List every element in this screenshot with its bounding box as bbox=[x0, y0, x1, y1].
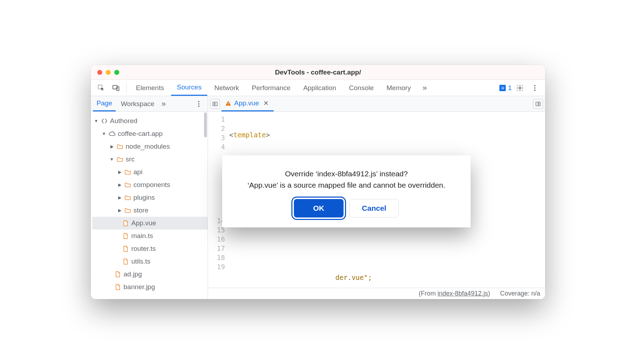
svg-point-5 bbox=[534, 87, 536, 89]
tree-row-file-selected[interactable]: App.vue bbox=[92, 217, 208, 230]
navigator-tab-workspace[interactable]: Workspace bbox=[117, 96, 158, 111]
file-icon bbox=[122, 232, 129, 239]
tab-elements[interactable]: Elements bbox=[130, 80, 170, 96]
svg-point-3 bbox=[519, 87, 521, 89]
divider bbox=[126, 83, 127, 93]
svg-point-9 bbox=[198, 105, 199, 107]
tab-label: Performance bbox=[252, 84, 291, 92]
warning-icon bbox=[225, 100, 231, 106]
folder-icon bbox=[124, 194, 131, 201]
tree-label: banner.jpg bbox=[124, 283, 155, 291]
issues-icon bbox=[499, 85, 506, 91]
tree-label: main.ts bbox=[131, 232, 153, 240]
coverage-label: Coverage: n/a bbox=[500, 290, 540, 297]
show-navigator-button[interactable] bbox=[210, 99, 220, 109]
svg-rect-12 bbox=[228, 103, 229, 104]
svg-rect-13 bbox=[228, 105, 229, 105]
tree-row-file[interactable]: utils.ts bbox=[92, 255, 208, 268]
inspect-icon[interactable] bbox=[97, 83, 106, 93]
panel-tabs: Elements Sources Network Performance App… bbox=[91, 80, 545, 96]
tab-label: Elements bbox=[136, 84, 164, 92]
tree-row-folder[interactable]: ▶api bbox=[92, 166, 208, 178]
tree-row-folder[interactable]: ▶components bbox=[92, 178, 208, 191]
issues-count: 1 bbox=[508, 84, 512, 92]
dialog-line-2: ‘App.vue’ is a source mapped file and ca… bbox=[247, 180, 445, 191]
scrollbar-thumb[interactable] bbox=[204, 112, 207, 137]
folder-icon bbox=[124, 207, 131, 214]
navigator-menu-icon[interactable] bbox=[194, 99, 203, 109]
ok-button[interactable]: OK bbox=[294, 199, 344, 217]
file-tree: ▼ Authored ▼ coffee-cart.app ▶ no bbox=[91, 112, 208, 296]
tab-performance[interactable]: Performance bbox=[246, 80, 296, 96]
tree-row-domain[interactable]: ▼ coffee-cart.app bbox=[92, 127, 208, 140]
tab-label: Sources bbox=[177, 83, 202, 91]
navigator-tab-page[interactable]: Page bbox=[93, 96, 116, 111]
tree-label: Authored bbox=[110, 117, 137, 125]
folder-icon bbox=[116, 143, 124, 150]
tree-row-file[interactable]: ad.jpg bbox=[92, 268, 208, 281]
editor-statusbar: (From index-8bfa4912.js) Coverage: n/a bbox=[208, 288, 545, 299]
more-navigator-tabs-icon[interactable]: » bbox=[159, 99, 168, 109]
file-icon bbox=[114, 283, 121, 291]
navigator-pane: Page Workspace » ▼ Authored ▼ bbox=[91, 96, 208, 299]
tree-label: plugins bbox=[133, 194, 155, 202]
show-debugger-button[interactable] bbox=[533, 99, 543, 109]
tree-label: ad.jpg bbox=[124, 270, 142, 278]
file-icon bbox=[122, 258, 129, 265]
source-map-origin: (From index-8bfa4912.js) bbox=[419, 290, 490, 297]
close-window-button[interactable] bbox=[97, 70, 102, 75]
tab-label: Workspace bbox=[121, 100, 154, 108]
minimize-window-button[interactable] bbox=[106, 70, 111, 75]
tree-label: api bbox=[133, 168, 142, 176]
issues-button[interactable]: 1 bbox=[499, 84, 512, 92]
svg-point-8 bbox=[198, 103, 199, 105]
tree-row-file[interactable]: banner.jpg bbox=[92, 281, 208, 293]
tree-row-file[interactable]: main.ts bbox=[92, 230, 208, 242]
tab-console[interactable]: Console bbox=[343, 80, 379, 96]
cancel-button[interactable]: Cancel bbox=[349, 199, 399, 217]
tree-row-folder[interactable]: ▶store bbox=[92, 204, 208, 217]
tree-label: App.vue bbox=[131, 219, 156, 227]
more-tabs-icon[interactable]: » bbox=[420, 83, 429, 93]
folder-icon bbox=[124, 169, 131, 176]
brackets-icon bbox=[101, 117, 108, 125]
editor-tab-appvue[interactable]: App.vue ✕ bbox=[221, 96, 274, 111]
tree-row-folder[interactable]: ▶ node_modules bbox=[92, 140, 208, 153]
traffic-lights bbox=[97, 70, 119, 75]
tab-label: Network bbox=[214, 84, 239, 92]
dialog-line-1: Override ‘index-8bfa4912.js’ instead? bbox=[285, 168, 408, 180]
tab-network[interactable]: Network bbox=[209, 80, 245, 96]
override-dialog: Override ‘index-8bfa4912.js’ instead? ‘A… bbox=[222, 155, 471, 227]
tree-label: components bbox=[133, 181, 170, 189]
devtools-window: DevTools - coffee-cart.app/ Elements Sou… bbox=[91, 65, 545, 299]
tab-sources[interactable]: Sources bbox=[171, 80, 207, 96]
file-icon bbox=[122, 245, 129, 252]
zoom-window-button[interactable] bbox=[114, 70, 119, 75]
tree-label: router.ts bbox=[131, 245, 156, 253]
tab-application[interactable]: Application bbox=[297, 80, 342, 96]
titlebar: DevTools - coffee-cart.app/ bbox=[91, 65, 545, 80]
tab-label: Page bbox=[97, 99, 112, 107]
tab-label: Console bbox=[349, 84, 374, 92]
tree-label: utils.ts bbox=[131, 258, 150, 265]
window-title: DevTools - coffee-cart.app/ bbox=[91, 68, 545, 76]
editor-tab-label: App.vue bbox=[234, 99, 259, 107]
kebab-menu-icon[interactable] bbox=[530, 83, 539, 93]
tree-row-authored[interactable]: ▼ Authored bbox=[92, 115, 208, 127]
settings-gear-icon[interactable] bbox=[515, 83, 525, 93]
tab-label: Memory bbox=[386, 84, 411, 92]
tree-row-folder[interactable]: ▶plugins bbox=[92, 191, 208, 204]
tree-label: src bbox=[126, 155, 135, 163]
source-map-link[interactable]: index-8bfa4912.js bbox=[438, 290, 488, 297]
folder-icon bbox=[116, 156, 124, 163]
tree-row-folder[interactable]: ▼ src bbox=[92, 153, 208, 166]
tree-label: coffee-cart.app bbox=[118, 130, 163, 138]
device-toggle-icon[interactable] bbox=[111, 83, 121, 93]
close-tab-icon[interactable]: ✕ bbox=[262, 99, 270, 107]
tab-memory[interactable]: Memory bbox=[381, 80, 417, 96]
tab-label: Application bbox=[303, 84, 336, 92]
file-icon bbox=[122, 220, 129, 227]
svg-point-4 bbox=[534, 85, 536, 86]
tree-row-file[interactable]: router.ts bbox=[92, 242, 208, 255]
folder-icon bbox=[124, 181, 131, 188]
